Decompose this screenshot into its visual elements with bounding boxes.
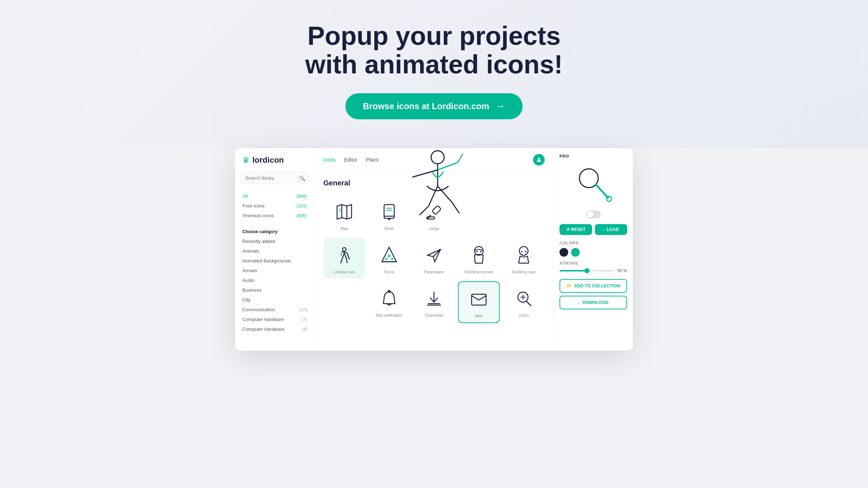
nav-plans[interactable]: Plans — [366, 157, 379, 163]
hero-cta-arrow: → — [495, 100, 505, 112]
logo-crown-icon: ♛ — [242, 155, 250, 165]
svg-point-35 — [525, 251, 526, 252]
category-business[interactable]: Business — [235, 285, 314, 295]
filter-free[interactable]: Free icons (154) — [241, 201, 309, 211]
category-city[interactable]: City — [235, 295, 314, 305]
load-icon: ↓ — [603, 227, 605, 232]
icon-book[interactable]: Book — [368, 194, 410, 235]
add-to-collection-button[interactable]: 📁 ADD TO COLLECTION — [559, 279, 627, 293]
mail-label: Mail — [475, 314, 482, 318]
download-icon — [422, 287, 446, 310]
color-dot-green[interactable] — [571, 248, 580, 257]
stroke-section: STROKE 50 % — [559, 261, 627, 273]
toggle-bar[interactable] — [559, 210, 627, 218]
book-icon — [378, 200, 401, 223]
svg-line-24 — [347, 253, 349, 260]
filter-free-count: (154) — [297, 204, 307, 209]
color-dot-dark[interactable] — [559, 248, 568, 257]
reset-label: RESET — [571, 227, 586, 232]
category-section-label: Choose category — [235, 226, 314, 236]
svg-point-32 — [480, 251, 481, 252]
icon-zoom[interactable]: Zoom — [503, 281, 545, 323]
icon-judge[interactable]: Judge — [413, 194, 455, 235]
svg-point-28 — [391, 258, 393, 260]
collection-label: ADD TO COLLECTION — [574, 283, 620, 288]
category-computer-hardware-alt[interactable]: Computer Hardware (4) — [235, 324, 314, 334]
reset-button[interactable]: ↺ RESET — [559, 224, 592, 235]
right-panel: PRO ↺ RESET ↓ LOAD COLORS — [553, 148, 633, 351]
category-computer-hardware[interactable]: Computer hardware (7) — [235, 314, 314, 324]
search-box[interactable]: 🔍 — [241, 172, 309, 184]
icon-paperplane[interactable]: Paperplane — [413, 238, 455, 278]
svg-point-31 — [476, 251, 478, 252]
pizza-label: Pizza — [384, 270, 394, 274]
bell-icon — [378, 287, 401, 310]
icon-mail[interactable]: Mail — [458, 281, 500, 323]
logo-text: lordicon — [252, 155, 284, 165]
reset-icon: ↺ — [566, 227, 570, 232]
icon-empty2 — [503, 194, 545, 235]
pro-badge: PRO — [559, 154, 627, 158]
animation-toggle[interactable] — [586, 210, 601, 218]
svg-rect-16 — [432, 206, 441, 215]
action-buttons: ↺ RESET ↓ LOAD — [559, 224, 627, 235]
filter-premium[interactable]: Premium icons (695) — [241, 211, 309, 221]
main-content: Icons Editor Plans General — [315, 148, 553, 351]
nav-editor[interactable]: Editor — [344, 157, 357, 163]
download-label: DOWNLOAD — [583, 300, 609, 305]
hero-cta-label: Browse icons at Lordicon.com — [363, 101, 489, 111]
icon-empty1 — [458, 194, 500, 235]
category-animals[interactable]: Animals — [235, 246, 314, 256]
filter-section: All (849) Free icons (154) Premium icons… — [235, 191, 314, 221]
judge-label: Judge — [429, 226, 439, 231]
filter-all-label: All — [243, 193, 248, 199]
location-pin-icon — [333, 244, 356, 267]
filter-all[interactable]: All (849) — [241, 191, 309, 201]
colors-section: COLORS — [559, 241, 627, 257]
stroke-thumb[interactable] — [584, 268, 590, 273]
paperplane-label: Paperplane — [424, 270, 444, 274]
nav-links: Icons Editor Plans — [323, 157, 379, 163]
section-title: General — [323, 179, 545, 187]
download-label: Download — [425, 313, 443, 317]
download-button[interactable]: ↓ DOWNLOAD — [559, 296, 627, 309]
icon-location-pin[interactable]: Location pin — [323, 238, 365, 278]
svg-point-27 — [386, 258, 387, 260]
load-label: LOAD — [607, 227, 619, 232]
icon-grid: Map Book — [323, 194, 545, 323]
filter-all-count: (849) — [297, 194, 307, 199]
icon-bell[interactable]: Bell notification — [368, 281, 410, 323]
category-communication[interactable]: Communication (47) — [235, 305, 314, 314]
search-input[interactable] — [241, 172, 309, 184]
hero-section: Popup your projects with animated icons!… — [0, 0, 868, 148]
bell-label: Bell notification — [376, 313, 403, 317]
svg-point-33 — [519, 247, 528, 255]
icon-download[interactable]: Download — [413, 281, 455, 323]
svg-point-26 — [388, 255, 390, 257]
category-recently-added[interactable]: Recently added — [235, 236, 314, 246]
preview-icon — [572, 163, 615, 206]
stroke-slider[interactable] — [559, 270, 614, 271]
svg-line-21 — [344, 253, 346, 259]
svg-line-23 — [346, 259, 347, 263]
svg-line-22 — [341, 259, 342, 263]
zoom-label: Zoom — [519, 313, 529, 317]
svg-point-0 — [538, 158, 540, 160]
nodding-man-label: Nodding man — [512, 270, 535, 274]
pizza-icon — [378, 244, 401, 267]
user-avatar[interactable] — [533, 154, 545, 166]
nav-icons[interactable]: Icons — [323, 157, 335, 163]
hero-cta-button[interactable]: Browse icons at Lordicon.com → — [345, 93, 522, 119]
map-label: Map — [340, 226, 348, 231]
category-animated-backgrounds[interactable]: Animated Backgrounds — [235, 256, 314, 266]
category-audio[interactable]: Audio — [235, 275, 314, 285]
category-arrows[interactable]: Arrows — [235, 266, 314, 275]
icon-nodding-woman[interactable]: Nodding woman — [458, 238, 500, 278]
icon-map[interactable]: Map — [323, 194, 365, 235]
collection-icon: 📁 — [566, 283, 572, 288]
load-button[interactable]: ↓ LOAD — [595, 224, 627, 235]
icon-nodding-man[interactable]: Nodding man — [503, 238, 545, 278]
icon-pizza[interactable]: Pizza — [368, 238, 410, 278]
mail-icon — [467, 288, 490, 311]
nodding-woman-icon — [467, 244, 490, 267]
